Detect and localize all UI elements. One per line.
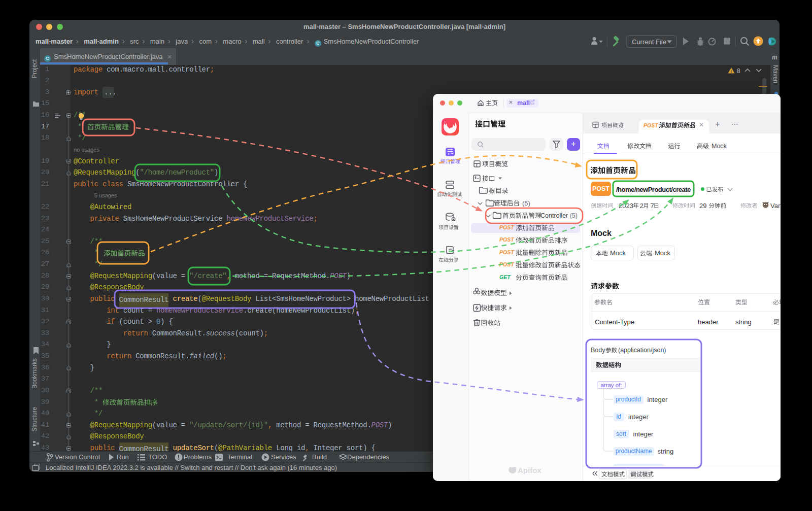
svg-text:Current File: Current File	[632, 38, 666, 46]
svg-text:8: 8	[737, 67, 740, 75]
svg-text:!: !	[730, 69, 732, 74]
